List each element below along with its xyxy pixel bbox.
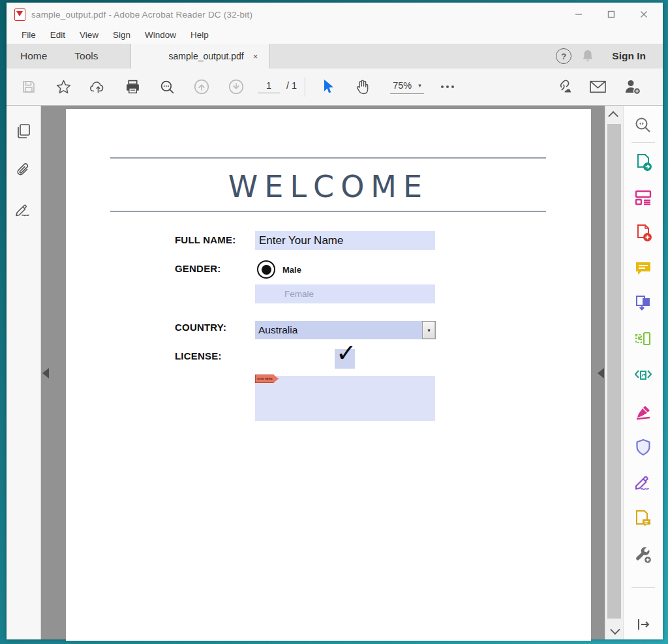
help-icon[interactable]: ?	[556, 48, 571, 64]
sign-in-button[interactable]: Sign In	[604, 50, 654, 62]
country-dropdown[interactable]: Australia ▾	[255, 321, 436, 339]
license-label: LICENSE:	[175, 350, 222, 361]
pointer-tool-icon[interactable]	[314, 74, 341, 100]
create-pdf-icon[interactable]	[632, 222, 654, 244]
acrobat-window: sample_output.pdf - Adobe Acrobat Reader…	[7, 3, 663, 639]
certificates-icon[interactable]	[632, 472, 654, 494]
share-link-icon[interactable]	[550, 74, 576, 100]
close-icon[interactable]	[628, 4, 660, 25]
main-toolbar: 1 / 1 75% ▾	[7, 69, 663, 106]
tab-tools[interactable]: Tools	[61, 44, 112, 69]
main-area: WELCOME FULL NAME: Enter Your Name GENDE…	[7, 106, 663, 639]
form-title: WELCOME	[66, 169, 591, 204]
tab-bar: Home Tools sample_output.pdf × ? Sign In	[7, 44, 663, 69]
signature-field[interactable]: SIGN HERE	[255, 376, 435, 421]
organize-pages-icon[interactable]	[632, 328, 654, 350]
sign-here-label: SIGN HERE	[256, 377, 273, 380]
menu-file[interactable]: File	[14, 26, 43, 44]
title-bar: sample_output.pdf - Adobe Acrobat Reader…	[7, 3, 663, 26]
signatures-icon[interactable]	[12, 198, 35, 221]
star-icon[interactable]	[50, 74, 76, 100]
print-icon[interactable]	[119, 74, 145, 100]
menu-help[interactable]: Help	[183, 26, 216, 44]
search-icon[interactable]	[154, 74, 180, 100]
edit-pdf-icon[interactable]	[632, 187, 654, 209]
full-name-label: FULL NAME:	[175, 234, 235, 245]
combine-files-icon[interactable]	[632, 292, 654, 314]
dropdown-caret-icon: ▾	[427, 328, 430, 333]
tab-document-label: sample_output.pdf	[169, 51, 244, 61]
rail-divider	[631, 587, 655, 588]
page-total-label: / 1	[286, 80, 297, 91]
checkmark-icon: ✓	[336, 339, 357, 367]
fill-sign-icon[interactable]	[632, 401, 654, 423]
page-up-icon[interactable]	[189, 74, 215, 100]
scroll-down-icon[interactable]	[605, 622, 623, 638]
vertical-scrollbar[interactable]	[605, 106, 623, 639]
zoom-dropdown[interactable]: 75% ▾	[390, 80, 424, 94]
country-dropdown-button[interactable]: ▾	[422, 321, 436, 339]
sign-here-tag[interactable]: SIGN HERE	[255, 375, 279, 383]
maximize-icon[interactable]	[595, 4, 628, 25]
zoom-caret-icon: ▾	[418, 82, 421, 89]
zoom-level: 75%	[393, 80, 412, 91]
save-icon[interactable]	[16, 74, 42, 100]
hand-tool-icon[interactable]	[349, 74, 375, 100]
menu-bar: File Edit View Sign Window Help	[7, 26, 663, 44]
menu-view[interactable]: View	[72, 26, 106, 44]
request-signatures-icon[interactable]	[632, 508, 654, 530]
window-title: sample_output.pdf - Adobe Acrobat Reader…	[31, 10, 562, 20]
gender-female-field[interactable]: Female	[255, 284, 435, 303]
collapse-left-panel-icon[interactable]	[42, 368, 49, 378]
left-panel-rail	[7, 106, 41, 639]
document-area[interactable]: WELCOME FULL NAME: Enter Your Name GENDE…	[41, 106, 605, 639]
toolbar-divider	[305, 77, 305, 97]
open-pane-icon[interactable]	[632, 613, 654, 636]
scrollbar-thumb[interactable]	[607, 124, 621, 619]
gender-male-radio[interactable]	[257, 260, 275, 279]
gender-label: GENDER:	[175, 263, 221, 274]
email-icon[interactable]	[584, 74, 611, 100]
tab-document[interactable]: sample_output.pdf ×	[130, 44, 271, 69]
menu-sign[interactable]: Sign	[106, 26, 138, 44]
menu-edit[interactable]: Edit	[43, 26, 72, 44]
more-tools-icon[interactable]	[632, 544, 654, 566]
pdf-page: WELCOME FULL NAME: Enter Your Name GENDE…	[66, 109, 591, 641]
page-down-icon[interactable]	[223, 74, 249, 100]
comment-icon[interactable]	[632, 257, 654, 279]
divider-line	[110, 157, 546, 159]
scroll-up-icon[interactable]	[605, 107, 623, 123]
find-tool-icon[interactable]	[632, 114, 654, 136]
menu-window[interactable]: Window	[138, 26, 183, 44]
minimize-icon[interactable]	[562, 4, 595, 25]
page-thumbnails-icon[interactable]	[12, 120, 35, 142]
collapse-right-panel-icon[interactable]	[598, 368, 604, 378]
license-checkbox[interactable]: ✓	[335, 349, 355, 369]
page-number-input[interactable]: 1	[258, 80, 280, 93]
tab-close-icon[interactable]: ×	[253, 52, 258, 61]
country-value: Australia	[255, 321, 422, 339]
compress-pdf-icon[interactable]	[632, 364, 654, 386]
adobe-pdf-icon	[14, 8, 25, 21]
right-tools-rail	[623, 106, 663, 639]
add-person-icon[interactable]	[619, 74, 645, 100]
gender-male-option-label: Male	[282, 265, 301, 275]
divider-line	[110, 211, 546, 212]
cloud-upload-icon[interactable]	[85, 74, 111, 100]
full-name-field[interactable]: Enter Your Name	[255, 231, 435, 250]
more-options-icon[interactable]	[441, 85, 454, 88]
rail-divider	[631, 142, 655, 143]
notifications-bell-icon[interactable]	[577, 48, 599, 64]
export-pdf-icon[interactable]	[632, 151, 654, 174]
protect-icon[interactable]	[632, 437, 654, 459]
country-label: COUNTRY:	[175, 322, 226, 333]
attachments-icon[interactable]	[12, 159, 35, 181]
tab-home[interactable]: Home	[7, 44, 61, 69]
